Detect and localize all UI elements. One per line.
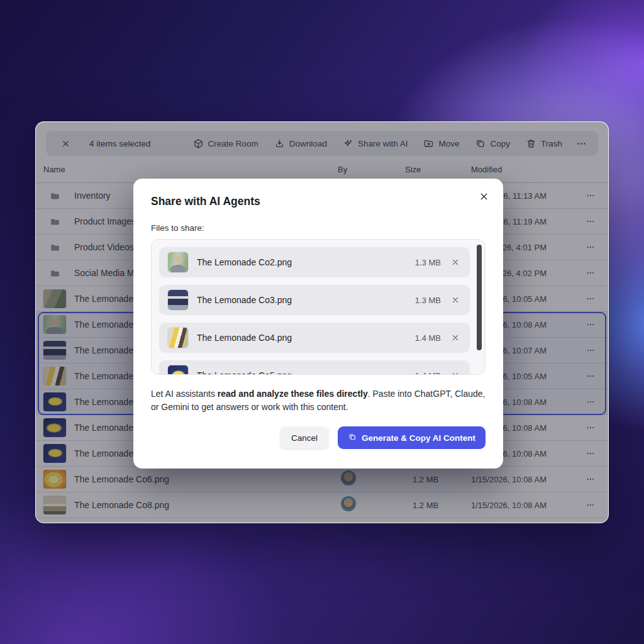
shared-file-name: The Lemonade Co3.png [197,295,406,305]
shared-file-size: 1.3 MB [415,296,441,305]
modal-title: Share with AI Agents [151,195,486,208]
shared-file-chip: The Lemonade Co3.png 1.3 MB [159,285,470,315]
shared-file-chip: The Lemonade Co4.png 1.4 MB [159,323,470,353]
cancel-button[interactable]: Cancel [280,426,329,449]
shared-file-chip: The Lemonade Co5.png 1.4 MB [159,360,470,375]
modal-footer: Cancel Generate & Copy AI Content [151,426,486,449]
modal-files-scrollbar[interactable] [477,245,482,350]
x-icon [451,296,460,304]
desktop-wallpaper: 4 items selected Create RoomDownloadShar… [0,0,644,644]
x-icon [451,258,460,267]
copy-icon [348,433,357,441]
file-thumbnail [168,290,188,310]
file-thumbnail [168,365,188,375]
shared-file-name: The Lemonade Co2.png [197,257,406,267]
file-thumbnail [168,252,188,272]
x-icon [479,191,489,202]
remove-file-button[interactable] [450,370,461,375]
remove-file-button[interactable] [450,294,461,306]
x-icon [451,371,460,375]
file-thumbnail [168,328,188,348]
shared-file-size: 1.4 MB [415,371,441,375]
modal-close-button[interactable] [476,189,492,204]
remove-file-button[interactable] [450,257,461,268]
shared-file-chip: The Lemonade Co2.png 1.3 MB [159,247,470,277]
remove-file-button[interactable] [450,332,461,343]
modal-description: Let AI assistants read and analyze these… [151,387,486,414]
shared-file-name: The Lemonade Co4.png [197,333,406,343]
x-icon [451,333,460,342]
shared-file-name: The Lemonade Co5.png [197,370,406,375]
share-ai-modal: Share with AI Agents Files to share: The… [133,179,503,469]
file-manager-window: 4 items selected Create RoomDownloadShar… [35,121,609,523]
shared-file-size: 1.4 MB [415,333,441,343]
generate-copy-ai-button[interactable]: Generate & Copy AI Content [338,426,486,449]
modal-file-list: The Lemonade Co2.png 1.3 MB The Lemonade… [151,239,486,375]
files-to-share-label: Files to share: [151,223,486,233]
shared-file-size: 1.3 MB [415,258,441,267]
